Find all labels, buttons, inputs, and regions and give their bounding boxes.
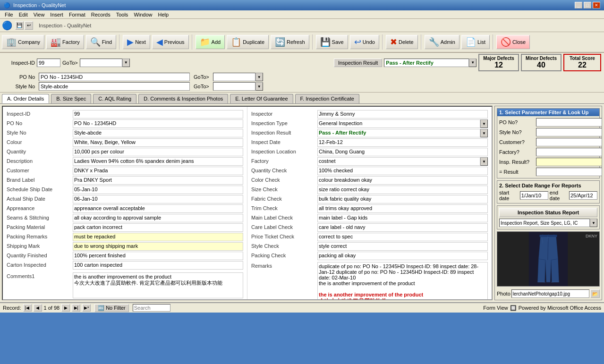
delete-button[interactable]: ✖ Delete: [386, 35, 418, 49]
menu-item[interactable]: Tools: [113, 11, 131, 18]
photo-browse-button[interactable]: 📂: [590, 289, 600, 298]
field-value-insp-result: Pass - After Rectify: [317, 129, 480, 137]
field-label-style-check: Style Check: [251, 242, 317, 249]
inspection-result-input[interactable]: [384, 59, 469, 67]
close-btn[interactable]: ✕: [593, 2, 600, 8]
po-no-input[interactable]: [39, 73, 190, 81]
add-icon: 📁: [200, 37, 210, 47]
report-type-input[interactable]: [499, 219, 590, 227]
po-no-filter-input[interactable]: [536, 118, 602, 127]
factory-button[interactable]: 🏭 Factory: [46, 35, 84, 49]
close-button[interactable]: 🚫 Close: [496, 35, 530, 49]
major-defects-box: Major Defects 12: [478, 54, 519, 71]
field-label-qty-check: Quantity Check: [251, 167, 317, 173]
inspect-id-input[interactable]: [37, 59, 60, 67]
po-no-filter-label: PO No?: [499, 119, 535, 125]
style-no-label: Style No: [3, 84, 35, 89]
menu-item[interactable]: Insert: [47, 11, 66, 18]
close-icon: 🚫: [501, 37, 511, 47]
photo-path-input[interactable]: [511, 289, 589, 298]
goto1-input[interactable]: [80, 59, 122, 67]
menu-item[interactable]: Window: [131, 11, 155, 18]
factory-filter-label: Factory?: [499, 149, 535, 155]
find-button[interactable]: 🔍 Find: [86, 35, 116, 49]
nav-new-btn[interactable]: ▶*: [82, 304, 91, 312]
field-label-size-check: Size Check: [251, 186, 317, 192]
nav-next-btn[interactable]: ▶: [61, 304, 70, 312]
menu-item[interactable]: File: [2, 11, 16, 18]
next-icon: ▶: [127, 37, 134, 47]
previous-button[interactable]: ◀ Previous: [152, 35, 189, 49]
qa-save[interactable]: 💾: [15, 21, 24, 30]
goto3-label: GoTo>: [194, 84, 209, 89]
menu-item[interactable]: View: [31, 11, 48, 18]
field-label-actual-ship-date: Actual Ship Date: [7, 195, 73, 202]
add-button[interactable]: 📁 Add: [196, 35, 225, 49]
company-button[interactable]: 🏢 Company: [2, 35, 44, 49]
minimize-btn[interactable]: _: [575, 2, 582, 8]
status-report-button[interactable]: Inspection Status Report: [499, 208, 597, 217]
filter-button[interactable]: 🔤 No Filter: [94, 304, 129, 312]
menu-item[interactable]: Edit: [16, 11, 31, 18]
tab-aql-rating[interactable]: C. AQL Rating: [93, 94, 136, 103]
field-label-price-ticket: Price Ticket Check: [251, 233, 317, 239]
filter-icon: 🔤: [98, 305, 104, 311]
goto3-arrow[interactable]: ▼: [255, 82, 263, 91]
nav-first-btn[interactable]: |◀: [23, 304, 32, 312]
field-value-shipping-mark: due to wrong shipping mark: [73, 242, 243, 251]
report-type-arrow[interactable]: ▼: [590, 219, 597, 227]
factory-arrow[interactable]: ▼: [480, 157, 488, 166]
field-label-qty-finished: Quantity Finished: [7, 252, 73, 258]
maximize-btn[interactable]: □: [584, 2, 591, 8]
tab-certificate[interactable]: F. Inspection Certificate: [295, 94, 359, 103]
svg-rect-4: [542, 235, 543, 236]
field-value-care-label-check: care label - old navy: [317, 223, 488, 232]
eq-result-input[interactable]: [536, 168, 602, 176]
goto2-arrow[interactable]: ▼: [255, 73, 263, 81]
tab-order-details[interactable]: A. Order Details: [2, 94, 49, 103]
goto1-arrow[interactable]: ▼: [122, 59, 130, 67]
start-date-label: start date: [499, 190, 519, 201]
nav-prev-btn[interactable]: ◀: [34, 304, 42, 312]
next-button[interactable]: ▶ Next: [123, 35, 150, 49]
save-button[interactable]: 💾 Save: [316, 35, 348, 49]
tab-guarantee[interactable]: E. Letter Of Guarantee: [230, 94, 293, 103]
admin-button[interactable]: 🔧 Admin: [425, 35, 459, 49]
style-no-input[interactable]: [39, 82, 190, 91]
insp-result-arrow[interactable]: ▼: [480, 129, 488, 137]
inspection-result-arrow[interactable]: ▼: [469, 59, 476, 67]
insp-result-filter-input[interactable]: [536, 158, 602, 166]
goto2-input[interactable]: [213, 73, 255, 81]
field-label-packing-material: Packing Material: [7, 223, 73, 230]
field-value-description: Ladies Woven 94% cotton 6% spandex denim…: [73, 157, 243, 166]
customer-filter-input[interactable]: [536, 138, 602, 146]
admin-icon: 🔧: [429, 37, 439, 47]
photo-area: DKNY: [497, 231, 600, 287]
style-no-filter-input[interactable]: [536, 128, 602, 136]
find-icon: 🔍: [90, 37, 101, 47]
inspection-type-arrow[interactable]: ▼: [480, 119, 488, 128]
filter-label: No Filter: [106, 305, 126, 311]
start-date-input[interactable]: [520, 191, 548, 200]
search-input[interactable]: [133, 304, 170, 312]
duplicate-button[interactable]: 📋 Duplicate: [227, 35, 269, 49]
field-label-insp-location: Inspection Location: [251, 148, 317, 154]
list-button[interactable]: 📄 List: [461, 35, 490, 49]
goto3-input[interactable]: [213, 82, 255, 91]
undo-button[interactable]: ↩ Undo: [350, 35, 379, 49]
factory-filter-input[interactable]: [536, 148, 602, 156]
field-value-packing-check: packing all okay: [317, 252, 488, 260]
menu-item[interactable]: Format: [66, 11, 88, 18]
goto1-label: GoTo>: [62, 60, 78, 66]
minor-defects-box: Minor Defects 40: [521, 54, 561, 71]
nav-last-btn[interactable]: ▶|: [72, 304, 80, 312]
refresh-button[interactable]: 🔄 Refresh: [271, 35, 309, 49]
save-icon: 💾: [320, 37, 331, 47]
undo-label: Undo: [363, 39, 375, 45]
menu-item[interactable]: Records: [88, 11, 113, 18]
qa-undo[interactable]: ↩: [25, 21, 33, 30]
tab-comments-photos[interactable]: D. Comments & Inspection Photos: [138, 94, 228, 103]
end-date-input[interactable]: [569, 191, 597, 200]
menu-item[interactable]: Help: [155, 11, 172, 18]
tab-size-spec[interactable]: B. Size Spec: [51, 94, 91, 103]
